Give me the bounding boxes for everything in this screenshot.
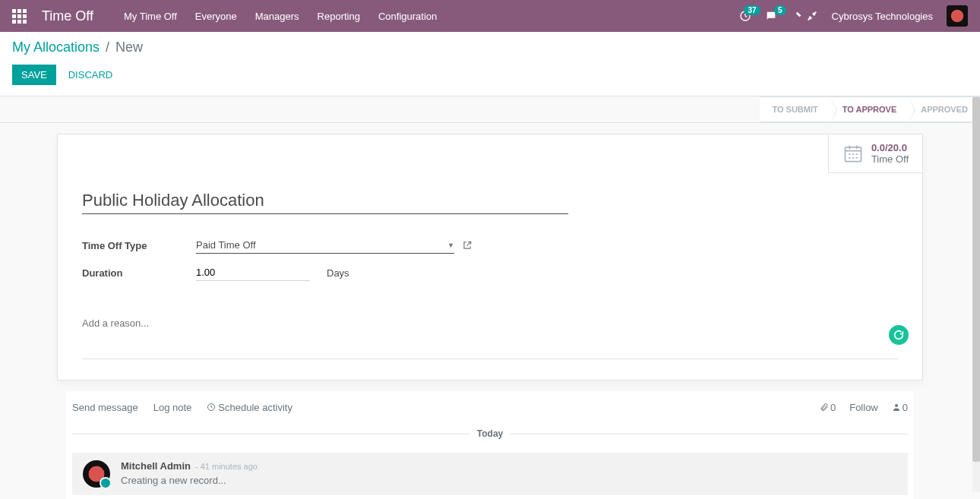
message-avatar[interactable]	[83, 460, 110, 488]
reason-textarea[interactable]	[82, 313, 898, 359]
label-duration: Duration	[82, 267, 196, 279]
nav-managers[interactable]: Managers	[255, 11, 299, 22]
grammarly-icon[interactable]	[889, 325, 909, 345]
activity-icon[interactable]: 37	[739, 10, 751, 22]
messaging-icon[interactable]: 5	[765, 10, 777, 22]
message-author[interactable]: Mitchell Admin	[121, 460, 191, 472]
message-badge: 5	[774, 5, 786, 15]
send-message-button[interactable]: Send message	[72, 402, 138, 413]
scrollbar[interactable]	[972, 97, 980, 492]
chevron-down-icon: ▼	[447, 242, 454, 249]
settings-icon[interactable]	[791, 10, 803, 22]
followers-button[interactable]: 0	[892, 402, 908, 413]
follow-button[interactable]: Follow	[849, 402, 878, 413]
app-brand[interactable]: Time Off	[42, 8, 93, 24]
allocation-title-input[interactable]	[82, 188, 568, 214]
status-wrap: TO SUBMIT TO APPROVE APPROVED	[0, 96, 980, 123]
header-right: 37 5 Cybrosys Technologies	[739, 5, 968, 27]
status-to-submit[interactable]: TO SUBMIT	[760, 96, 830, 122]
time-off-type-value: Paid Time Off	[196, 239, 256, 251]
save-button[interactable]: SAVE	[12, 65, 56, 85]
user-avatar[interactable]	[947, 5, 968, 27]
action-bar: My Allocations / New SAVE DISCARD	[0, 32, 980, 96]
chatter: Send message Log note Schedule activity …	[66, 391, 914, 499]
date-separator: Today	[72, 428, 908, 439]
status-bar: TO SUBMIT TO APPROVE APPROVED	[760, 96, 980, 122]
svg-point-3	[895, 404, 898, 407]
person-icon	[892, 403, 901, 412]
status-approved[interactable]: APPROVED	[909, 96, 980, 122]
nav-reporting[interactable]: Reporting	[318, 11, 360, 22]
clock-icon	[207, 403, 216, 412]
time-off-type-select[interactable]: Paid Time Off ▼	[196, 237, 454, 254]
chatter-message[interactable]: Mitchell Admin - 41 minutes ago Creating…	[72, 453, 908, 495]
breadcrumb: My Allocations / New	[12, 39, 968, 55]
nav-everyone[interactable]: Everyone	[195, 11, 237, 22]
stat-label: Time Off	[871, 153, 909, 165]
app-header: Time Off My Time Off Everyone Managers R…	[0, 0, 980, 32]
button-row: SAVE DISCARD	[12, 65, 968, 85]
external-link-icon[interactable]	[462, 240, 473, 251]
paperclip-icon	[820, 403, 829, 412]
stat-count: 0.0/20.0	[871, 142, 909, 153]
message-body: Creating a new record...	[121, 475, 258, 486]
scrollbar-thumb[interactable]	[972, 97, 980, 462]
log-note-button[interactable]: Log note	[153, 402, 192, 413]
debug-icon[interactable]	[806, 10, 818, 22]
activity-badge: 37	[744, 5, 760, 15]
duration-input[interactable]	[196, 264, 310, 281]
attachments-button[interactable]: 0	[820, 402, 836, 413]
main-nav: My Time Off Everyone Managers Reporting …	[124, 11, 739, 22]
duration-unit: Days	[327, 267, 349, 279]
discard-button[interactable]: DISCARD	[59, 65, 122, 85]
apps-icon[interactable]	[12, 9, 27, 24]
status-to-approve[interactable]: TO APPROVE	[830, 96, 909, 122]
calendar-icon	[842, 143, 864, 164]
schedule-activity-button[interactable]: Schedule activity	[207, 402, 292, 413]
label-time-off-type: Time Off Type	[82, 240, 196, 251]
company-selector[interactable]: Cybrosys Technologies	[832, 11, 933, 22]
nav-my-time-off[interactable]: My Time Off	[124, 11, 177, 22]
breadcrumb-current: New	[115, 39, 143, 55]
sheet-wrap: 0.0/20.0 Time Off Time Off Type Paid Tim…	[0, 134, 980, 499]
stat-button[interactable]: 0.0/20.0 Time Off	[828, 134, 922, 173]
nav-configuration[interactable]: Configuration	[378, 11, 437, 22]
breadcrumb-sep: /	[106, 39, 109, 55]
message-time: - 41 minutes ago	[195, 462, 258, 471]
form-sheet: 0.0/20.0 Time Off Time Off Type Paid Tim…	[57, 134, 923, 381]
breadcrumb-allocations[interactable]: My Allocations	[12, 39, 100, 55]
